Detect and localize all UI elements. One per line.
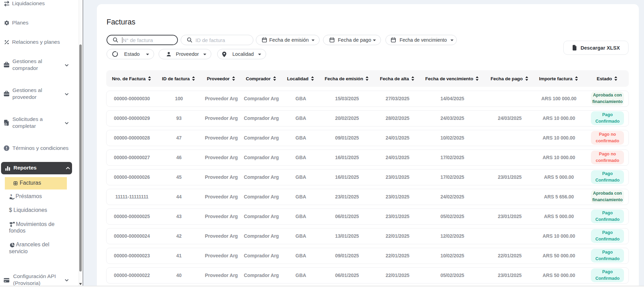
svg-text:$: $ (10, 194, 12, 197)
